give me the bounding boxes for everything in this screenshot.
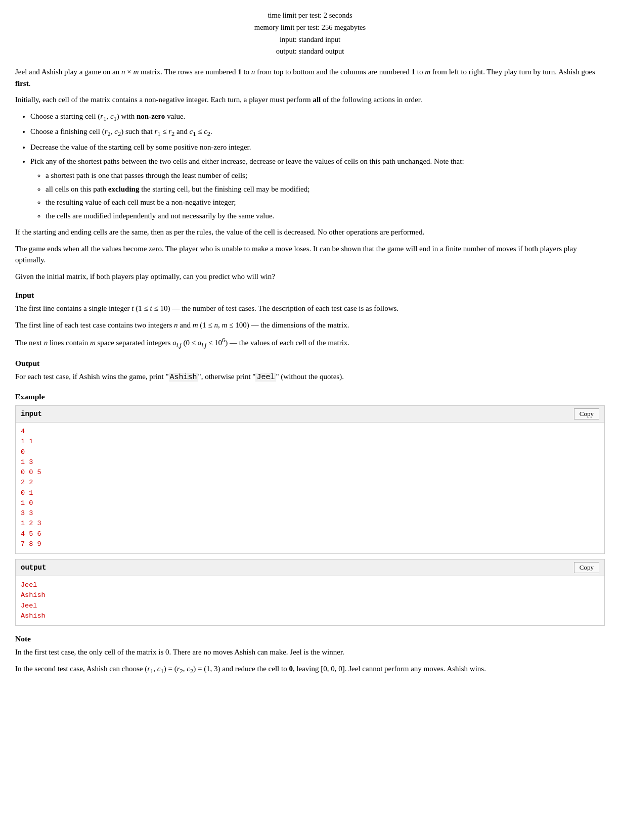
note-para2: In the second test case, Ashish can choo… (15, 663, 605, 676)
output-type: output: standard output (15, 46, 605, 57)
input-para1: The first line contains a single integer… (15, 303, 605, 314)
output-title: Output (15, 357, 605, 369)
memory-limit: memory limit per test: 256 megabytes (15, 22, 605, 33)
example-title: Example (15, 391, 605, 402)
input-label: input (21, 409, 42, 419)
actions-list: Choose a starting cell (r1, c1) with non… (30, 111, 605, 222)
output-block-header: output Copy (16, 559, 604, 576)
input-block: input Copy 4 1 1 0 1 3 0 0 5 2 2 0 1 1 0… (15, 405, 605, 554)
intro-para2: Initially, each cell of the matrix conta… (15, 94, 605, 106)
intro-para1: Jeel and Ashish play a game on an n × m … (15, 66, 605, 89)
same-cell-note: If the starting and ending cells are the… (15, 226, 605, 238)
action-item-2: Choose a finishing cell (r2, c2) such th… (30, 126, 605, 139)
time-limit: time limit per test: 2 seconds (15, 10, 605, 21)
input-content: 4 1 1 0 1 3 0 0 5 2 2 0 1 1 0 3 3 1 2 3 … (16, 423, 604, 553)
input-para3: The next n lines contain m space separat… (15, 336, 605, 350)
output-block: output Copy Jeel Ashish Jeel Ashish (15, 559, 605, 626)
note-title: Note (15, 633, 605, 644)
input-title: Input (15, 289, 605, 301)
game-end-note: The game ends when all the values become… (15, 243, 605, 266)
sub-actions-list: a shortest path is one that passes throu… (46, 170, 605, 221)
note-para1: In the first test case, the only cell of… (15, 646, 605, 658)
sub-action-3: the resulting value of each cell must be… (46, 197, 605, 208)
output-content: Jeel Ashish Jeel Ashish (16, 576, 604, 625)
input-type: input: standard input (15, 34, 605, 45)
action-item-1: Choose a starting cell (r1, c1) with non… (30, 111, 605, 124)
sub-action-4: the cells are modified independently and… (46, 210, 605, 222)
output-copy-button[interactable]: Copy (574, 562, 599, 573)
action-item-3: Decrease the value of the starting cell … (30, 142, 605, 153)
action-item-4: Pick any of the shortest paths between t… (30, 156, 605, 222)
output-para1: For each test case, if Ashish wins the g… (15, 371, 605, 384)
output-label: output (21, 563, 46, 573)
input-para2: The first line of each test case contain… (15, 319, 605, 331)
sub-action-1: a shortest path is one that passes throu… (46, 170, 605, 181)
input-block-header: input Copy (16, 406, 604, 423)
question: Given the initial matrix, if both player… (15, 271, 605, 283)
input-copy-button[interactable]: Copy (574, 408, 599, 419)
sub-action-2: all cells on this path excluding the sta… (46, 183, 605, 195)
